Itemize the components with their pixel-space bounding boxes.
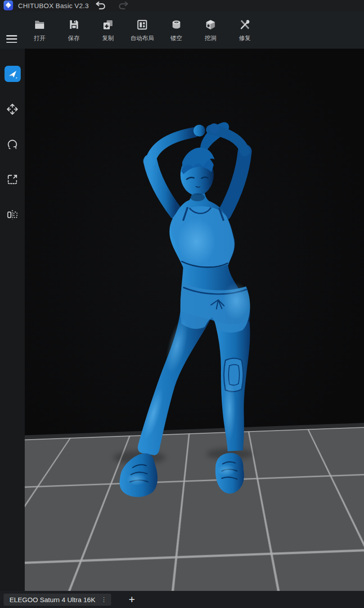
copy-button[interactable]: 复制 — [91, 18, 125, 42]
dig-hole-button[interactable]: 挖洞 — [193, 18, 228, 42]
undo-button[interactable] — [95, 0, 106, 10]
repair-button[interactable]: 修复 — [228, 18, 262, 42]
open-button[interactable]: 打开 — [22, 18, 57, 42]
select-cursor-icon — [6, 67, 19, 81]
rotate-circular-arrow-icon — [6, 138, 18, 150]
layout-grid-icon — [136, 18, 148, 32]
scale-box-icon — [6, 173, 18, 186]
printer-tab-label: ELEGOO Saturn 4 Ultra 16K — [9, 596, 95, 603]
move-arrows-icon — [6, 103, 18, 115]
redo-button[interactable] — [118, 0, 129, 10]
repair-tools-icon — [239, 18, 251, 32]
move-tool-button[interactable] — [4, 101, 21, 117]
title-bar: CHITUBOX Basic V2.3 — [0, 0, 364, 11]
add-plate-button[interactable]: + — [125, 593, 139, 606]
3d-viewport[interactable] — [25, 49, 364, 591]
rotate-tool-button[interactable] — [4, 136, 21, 152]
printer-tab[interactable]: ELEGOO Saturn 4 Ultra 16K ⋮ — [4, 594, 111, 606]
side-toolbar — [0, 49, 25, 591]
model-figure[interactable] — [25, 49, 364, 590]
kebab-menu-icon[interactable]: ⋮ — [101, 596, 107, 603]
save-button[interactable]: 保存 — [57, 18, 91, 42]
cube-hole-icon — [205, 18, 216, 32]
main-area — [0, 49, 364, 591]
auto-layout-button[interactable]: 自动布局 — [125, 18, 159, 42]
menu-hamburger-icon[interactable] — [6, 35, 17, 43]
duplicate-plus-icon — [102, 18, 114, 32]
app-title: CHITUBOX Basic V2.3 — [18, 2, 89, 9]
scale-tool-button[interactable] — [4, 171, 21, 187]
toolbar-items: 打开 保存 复制 自动布局 镂空 — [22, 18, 262, 42]
mirror-flip-icon — [6, 209, 18, 221]
folder-open-icon — [34, 18, 45, 32]
bottom-plate-bar: ELEGOO Saturn 4 Ultra 16K ⋮ + — [0, 591, 364, 608]
mirror-tool-button[interactable] — [4, 206, 21, 222]
hollow-button[interactable]: 镂空 — [159, 18, 193, 42]
select-tool-button[interactable] — [4, 66, 21, 82]
floppy-save-icon — [68, 18, 80, 32]
main-toolbar: 打开 保存 复制 自动布局 镂空 — [0, 11, 364, 49]
app-logo-icon — [4, 0, 13, 10]
hollow-cylinder-icon — [171, 18, 182, 32]
